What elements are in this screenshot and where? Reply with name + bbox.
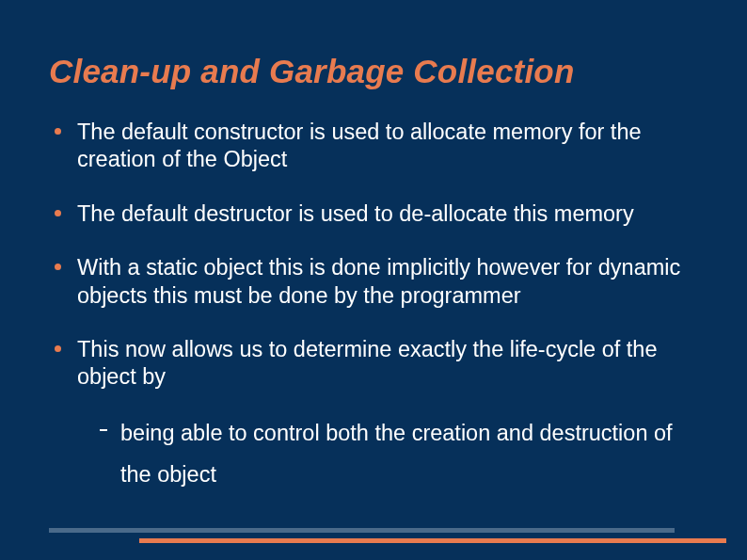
bullet-text: With a static object this is done implic…	[77, 255, 680, 307]
slide: Clean-up and Garbage Collection The defa…	[0, 0, 747, 560]
sub-list: being able to control both the creation …	[96, 412, 698, 496]
slide-title: Clean-up and Garbage Collection	[49, 53, 698, 90]
bullet-list: The default constructor is used to alloc…	[49, 119, 698, 496]
footer-decoration	[49, 528, 726, 543]
bullet-text: The default constructor is used to alloc…	[77, 120, 642, 171]
bullet-text: The default destructor is used to de-all…	[77, 201, 634, 226]
list-item: The default constructor is used to alloc…	[49, 119, 698, 174]
list-item: With a static object this is done implic…	[49, 254, 698, 310]
sub-bullet-text: being able to control both the creation …	[120, 421, 673, 488]
bullet-text: This now allows us to determine exactly …	[77, 337, 658, 389]
footer-bar-top	[49, 528, 675, 533]
list-item: The default destructor is used to de-all…	[49, 200, 698, 228]
list-item: being able to control both the creation …	[96, 412, 698, 496]
list-item: This now allows us to determine exactly …	[49, 336, 698, 496]
footer-bar-bottom	[139, 538, 726, 543]
